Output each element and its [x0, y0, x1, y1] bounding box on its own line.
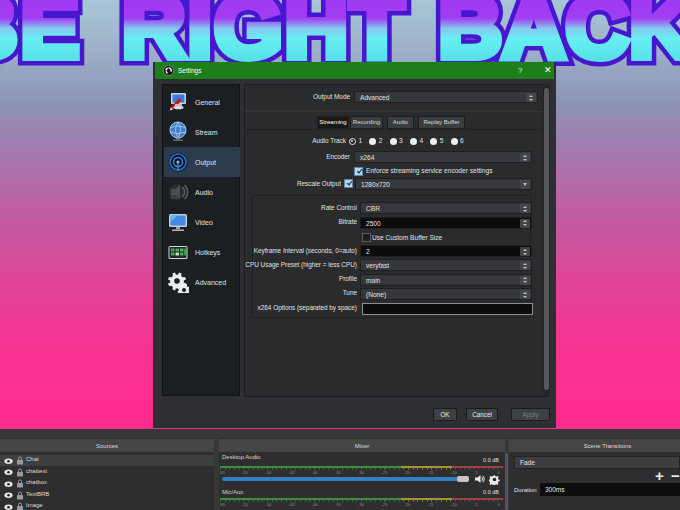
svg-text:BE: BE	[0, 0, 82, 75]
